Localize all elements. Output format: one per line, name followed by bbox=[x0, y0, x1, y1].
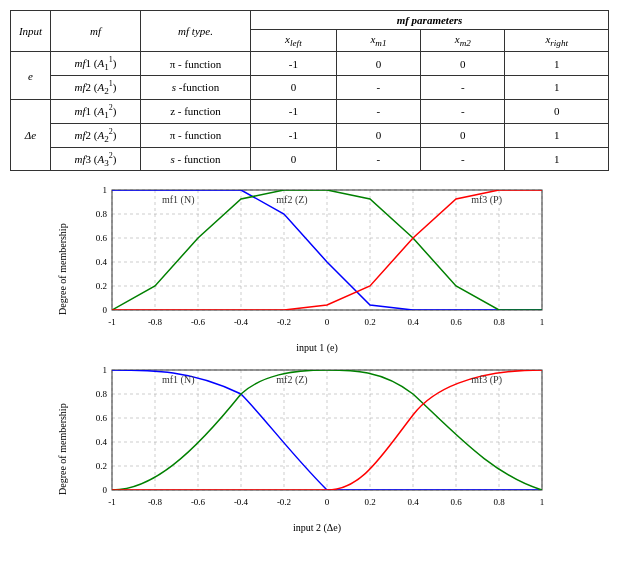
mf-type: π - function bbox=[141, 123, 251, 147]
svg-text:0.8: 0.8 bbox=[96, 389, 108, 399]
chart1-container: Degree of membership bbox=[10, 185, 609, 533]
svg-text:1: 1 bbox=[540, 317, 545, 327]
svg-text:0.8: 0.8 bbox=[493, 497, 505, 507]
chart2-ylabel: Degree of membership bbox=[57, 379, 68, 519]
xm2: - bbox=[421, 99, 505, 123]
chart1-legend-mf1: mf1 (N) bbox=[162, 194, 195, 206]
chart2-legend-mf2: mf2 (Z) bbox=[276, 374, 307, 386]
svg-text:0.6: 0.6 bbox=[450, 317, 462, 327]
svg-text:0: 0 bbox=[103, 305, 108, 315]
chart2-legend-mf1: mf1 (N) bbox=[162, 374, 195, 386]
xleft: 0 bbox=[251, 147, 337, 171]
xm2: - bbox=[421, 76, 505, 100]
svg-text:-0.2: -0.2 bbox=[277, 317, 291, 327]
chart2-wrap: Degree of membership bbox=[57, 365, 562, 533]
header-input: Input bbox=[11, 11, 51, 52]
svg-text:-0.8: -0.8 bbox=[148, 317, 163, 327]
svg-text:-0.4: -0.4 bbox=[234, 497, 249, 507]
xm1: 0 bbox=[336, 123, 420, 147]
mf-name: mf2 (A22) bbox=[51, 123, 141, 147]
chart1-svg: 0 0.2 0.4 0.6 0.8 1 -1 -0.8 -0.6 -0.4 -0… bbox=[72, 185, 562, 340]
chart2-xlabel: input 2 (Δe) bbox=[72, 522, 562, 533]
xm1: - bbox=[336, 99, 420, 123]
svg-text:0.2: 0.2 bbox=[364, 497, 375, 507]
xm2: - bbox=[421, 147, 505, 171]
header-xright: xright bbox=[505, 30, 609, 52]
header-mf: mf bbox=[51, 11, 141, 52]
xright: 0 bbox=[505, 99, 609, 123]
header-xleft: xleft bbox=[251, 30, 337, 52]
table-row: mf2 (A22) π - function -1 0 0 1 bbox=[11, 123, 609, 147]
mf-name: mf2 (A21) bbox=[51, 76, 141, 100]
chart1-ylabel: Degree of membership bbox=[57, 199, 68, 339]
svg-text:-0.6: -0.6 bbox=[191, 317, 206, 327]
xm1: 0 bbox=[336, 52, 420, 76]
xleft: -1 bbox=[251, 52, 337, 76]
chart2-svg: 0 0.2 0.4 0.6 0.8 1 -1 -0.8 -0.6 -0.4 -0… bbox=[72, 365, 562, 520]
svg-text:0.2: 0.2 bbox=[96, 461, 107, 471]
svg-text:1: 1 bbox=[103, 365, 108, 375]
svg-text:0.8: 0.8 bbox=[96, 209, 108, 219]
svg-text:-1: -1 bbox=[108, 497, 116, 507]
xm2: 0 bbox=[421, 52, 505, 76]
header-xm1: xm1 bbox=[336, 30, 420, 52]
svg-text:0: 0 bbox=[325, 497, 330, 507]
mf-type: s - function bbox=[141, 147, 251, 171]
svg-text:0.8: 0.8 bbox=[493, 317, 505, 327]
input-delta-e: Δe bbox=[11, 99, 51, 171]
svg-text:0: 0 bbox=[325, 317, 330, 327]
header-xm2: xm2 bbox=[421, 30, 505, 52]
header-mftype: mf type. bbox=[141, 11, 251, 52]
svg-text:-0.4: -0.4 bbox=[234, 317, 249, 327]
xright: 1 bbox=[505, 76, 609, 100]
svg-text:0.4: 0.4 bbox=[96, 437, 108, 447]
xleft: -1 bbox=[251, 123, 337, 147]
table-row: Δe mf1 (A12) z - function -1 - - 0 bbox=[11, 99, 609, 123]
chart1-xlabel: input 1 (e) bbox=[72, 342, 562, 353]
svg-text:-0.6: -0.6 bbox=[191, 497, 206, 507]
svg-text:-1: -1 bbox=[108, 317, 116, 327]
svg-text:0.4: 0.4 bbox=[407, 497, 419, 507]
chart2-area: 0 0.2 0.4 0.6 0.8 1 -1 -0.8 -0.6 -0.4 -0… bbox=[72, 365, 562, 533]
table-row: mf3 (A32) s - function 0 - - 1 bbox=[11, 147, 609, 171]
svg-text:0: 0 bbox=[103, 485, 108, 495]
mf-type: z - function bbox=[141, 99, 251, 123]
xright: 1 bbox=[505, 52, 609, 76]
svg-text:-0.2: -0.2 bbox=[277, 497, 291, 507]
xm1: - bbox=[336, 147, 420, 171]
mf-type: π - function bbox=[141, 52, 251, 76]
xm2: 0 bbox=[421, 123, 505, 147]
svg-text:0.2: 0.2 bbox=[364, 317, 375, 327]
svg-text:1: 1 bbox=[103, 185, 108, 195]
chart1-wrap: Degree of membership bbox=[57, 185, 562, 353]
svg-text:0.4: 0.4 bbox=[96, 257, 108, 267]
input-e: e bbox=[11, 52, 51, 100]
mf-name: mf3 (A32) bbox=[51, 147, 141, 171]
svg-text:0.6: 0.6 bbox=[96, 233, 108, 243]
chart1-legend-mf2: mf2 (Z) bbox=[276, 194, 307, 206]
svg-text:-0.8: -0.8 bbox=[148, 497, 163, 507]
svg-text:1: 1 bbox=[540, 497, 545, 507]
svg-text:0.6: 0.6 bbox=[96, 413, 108, 423]
svg-text:0.4: 0.4 bbox=[407, 317, 419, 327]
svg-text:0.2: 0.2 bbox=[96, 281, 107, 291]
xleft: -1 bbox=[251, 99, 337, 123]
mf-name: mf1 (A12) bbox=[51, 99, 141, 123]
xm1: - bbox=[336, 76, 420, 100]
table-row: mf2 (A21) s -function 0 - - 1 bbox=[11, 76, 609, 100]
header-mf-params: mf parameters bbox=[251, 11, 609, 30]
xright: 1 bbox=[505, 123, 609, 147]
chart1-legend-mf3: mf3 (P) bbox=[471, 194, 502, 206]
mf-name: mf1 (A11) bbox=[51, 52, 141, 76]
chart2-legend-mf3: mf3 (P) bbox=[471, 374, 502, 386]
xright: 1 bbox=[505, 147, 609, 171]
svg-text:0.6: 0.6 bbox=[450, 497, 462, 507]
xleft: 0 bbox=[251, 76, 337, 100]
mf-parameters-table: Input mf mf type. mf parameters xleft xm… bbox=[10, 10, 609, 171]
table-row: e mf1 (A11) π - function -1 0 0 1 bbox=[11, 52, 609, 76]
chart1-area: 0 0.2 0.4 0.6 0.8 1 -1 -0.8 -0.6 -0.4 -0… bbox=[72, 185, 562, 353]
mf-type: s -function bbox=[141, 76, 251, 100]
